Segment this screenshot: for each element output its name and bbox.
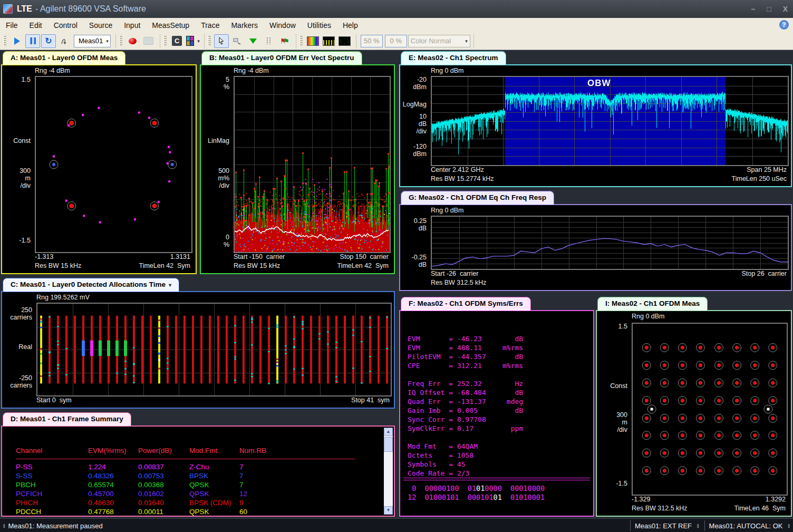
scroll-up-icon[interactable]: ▲: [384, 428, 393, 436]
window-layout-button[interactable]: ▾: [186, 34, 200, 48]
panel-menu-icon[interactable]: ▾: [769, 300, 772, 307]
x-axis-labels: Start -150 carrierStop 150 carrier: [234, 253, 389, 260]
panel-close-icon[interactable]: ✕: [780, 300, 786, 307]
footer-labels: Res BW 312.5 kHz: [431, 279, 787, 286]
panel-a-tab[interactable]: A: Meas01 - Layer0 OFDM Meas: [3, 51, 125, 65]
status-spinner-icon[interactable]: ▴▾: [3, 523, 5, 528]
spectrum-trace-button[interactable]: [322, 34, 336, 48]
panel-i-title: I: Meas02 - Ch1 OFDM Meas: [605, 299, 700, 307]
panel-f-tab[interactable]: F: Meas02 - Ch1 OFDM Syms/Errs: [401, 297, 531, 311]
restart-button[interactable]: ↻: [41, 34, 56, 48]
table-row[interactable]: PDCCH0.477680.00011QPSK60: [2, 507, 383, 516]
help-icon[interactable]: ?: [779, 20, 789, 30]
panel-eq-ch-freq-resp: G: Meas02 - Ch1 OFDM Eq Ch Freq Resp ▾✕ …: [399, 191, 792, 291]
measurement-row: Symbols = 45: [408, 460, 589, 469]
freq-resp-canvas[interactable]: [432, 217, 788, 269]
play-button[interactable]: [9, 34, 24, 48]
menu-item-markers[interactable]: Markers: [225, 19, 264, 32]
table-row[interactable]: P-SS1.2240.00837Z-Chu7: [2, 462, 383, 471]
table-row[interactable]: PHICH0.486300.01640BPSK (CDM)9: [2, 498, 383, 507]
separator: [403, 478, 590, 480]
panel-c-tab[interactable]: C: Meas01 - Layer0 Detected Allocations …: [3, 278, 179, 292]
table-row[interactable]: S-SS0.483260.00753BPSK7: [2, 471, 383, 480]
color-mode-value: Color Normal: [411, 37, 451, 45]
pause-button[interactable]: [25, 34, 40, 48]
minimize-button[interactable]: –: [751, 5, 755, 13]
menu-item-control[interactable]: Control: [48, 19, 83, 32]
panel-close-icon[interactable]: ✕: [383, 281, 389, 288]
correction-button[interactable]: C: [170, 34, 185, 48]
panel-close-icon[interactable]: ✕: [780, 54, 786, 62]
menu-item-window[interactable]: Window: [264, 19, 302, 32]
panel-b-tab[interactable]: B: Meas01 - Layer0 OFDM Err Vect Spectru: [201, 51, 362, 65]
panel-menu-icon[interactable]: ▾: [372, 415, 375, 423]
record-icon: [129, 38, 137, 44]
table-row[interactable]: PBCH0.655740.00368QPSK7: [2, 480, 383, 489]
toolbar-grip[interactable]: [299, 36, 303, 46]
play-icon: [14, 37, 20, 45]
menu-bar: FileEditControlSourceInputMeasSetupTrace…: [0, 18, 793, 33]
errvect-canvas[interactable]: [235, 77, 390, 252]
offset-field[interactable]: 0 %: [385, 35, 407, 47]
panel-menu-icon[interactable]: ▾: [572, 300, 574, 307]
chevron-down-icon: ▾: [197, 38, 200, 44]
autocal-status: Meas01: AUTOCAL: OK: [707, 522, 785, 530]
transparency-field[interactable]: 50 %: [361, 35, 383, 47]
spectrogram-button[interactable]: [306, 34, 321, 48]
menu-item-trace[interactable]: Trace: [195, 19, 225, 32]
menu-item-source[interactable]: Source: [83, 19, 118, 32]
panel-d-tab[interactable]: D: Meas01 - Ch1 Frame Summary: [3, 412, 131, 426]
status-spinner-icon[interactable]: ▴▾: [697, 523, 699, 528]
band-marker-button[interactable]: [262, 34, 276, 48]
single-trigger-button[interactable]: [57, 34, 72, 48]
eye-diagram-button[interactable]: [337, 34, 352, 48]
status-spinner-icon[interactable]: ▴▾: [788, 523, 790, 528]
panel-close-icon[interactable]: ✕: [185, 54, 190, 62]
color-mode-select[interactable]: Color Normal ▾: [408, 35, 470, 47]
marker-button[interactable]: [246, 34, 260, 48]
table-row[interactable]: PCFICH0.457000.01602QPSK12: [2, 489, 383, 498]
toolbar-grip[interactable]: [3, 36, 6, 46]
panel-menu-icon[interactable]: ▾: [372, 281, 375, 288]
tab-dropdown-icon[interactable]: ▾: [169, 282, 171, 288]
scatter-canvas[interactable]: [36, 77, 191, 252]
maximize-button[interactable]: □: [767, 5, 771, 13]
panel-menu-icon[interactable]: ▾: [769, 194, 772, 201]
panel-i-tab[interactable]: I: Meas02 - Ch1 OFDM Meas: [597, 297, 708, 311]
panel-g-tab[interactable]: G: Meas02 - Ch1 OFDM Eq Ch Freq Resp: [401, 191, 554, 205]
toolbar-grip[interactable]: [119, 36, 122, 46]
marker-move-button[interactable]: [230, 34, 245, 48]
spectrum-trace-icon: [323, 36, 335, 46]
menu-item-input[interactable]: Input: [118, 19, 146, 32]
player-button[interactable]: [141, 34, 156, 48]
panel-menu-icon[interactable]: ▾: [174, 54, 177, 62]
scroll-down-icon[interactable]: ▼: [384, 506, 393, 515]
couple-markers-button[interactable]: ⚑⚑: [277, 34, 292, 48]
panel-close-icon[interactable]: ✕: [780, 194, 786, 201]
table-scrollbar[interactable]: ▲ ▼: [384, 428, 393, 515]
panel-close-icon[interactable]: ✕: [383, 54, 389, 62]
close-button[interactable]: X: [783, 5, 788, 13]
allocations-canvas[interactable]: [37, 304, 391, 395]
select-tool-button[interactable]: [214, 34, 229, 48]
menu-item-file[interactable]: File: [0, 19, 24, 32]
menu-item-utilities[interactable]: Utilities: [302, 19, 337, 32]
record-button[interactable]: [125, 34, 140, 48]
panel-e-tab[interactable]: E: Meas02 - Ch1 Spectrum: [401, 51, 506, 65]
scrollbar-thumb[interactable]: [384, 437, 393, 452]
panel-g-title: G: Meas02 - Ch1 OFDM Eq Ch Freq Resp: [409, 194, 546, 201]
toolbar-grip[interactable]: [208, 36, 211, 46]
toolbar-grip[interactable]: [163, 36, 167, 46]
menu-item-edit[interactable]: Edit: [24, 19, 48, 32]
panel-close-icon[interactable]: ✕: [383, 415, 389, 423]
spectrum-canvas[interactable]: [432, 77, 788, 165]
measurement-select[interactable]: Meas01 ▾: [74, 35, 111, 47]
const64-canvas[interactable]: [633, 324, 787, 495]
panel-close-icon[interactable]: ✕: [583, 300, 588, 307]
menu-item-meassetup[interactable]: MeasSetup: [146, 19, 195, 32]
panel-ofdm-syms-errs: F: Meas02 - Ch1 OFDM Syms/Errs ▾✕ EVM = …: [399, 297, 594, 517]
panel-menu-icon[interactable]: ▾: [769, 54, 772, 62]
obw-label: OBW: [587, 78, 611, 89]
panel-menu-icon[interactable]: ▾: [372, 54, 375, 62]
menu-item-help[interactable]: Help: [337, 19, 364, 32]
